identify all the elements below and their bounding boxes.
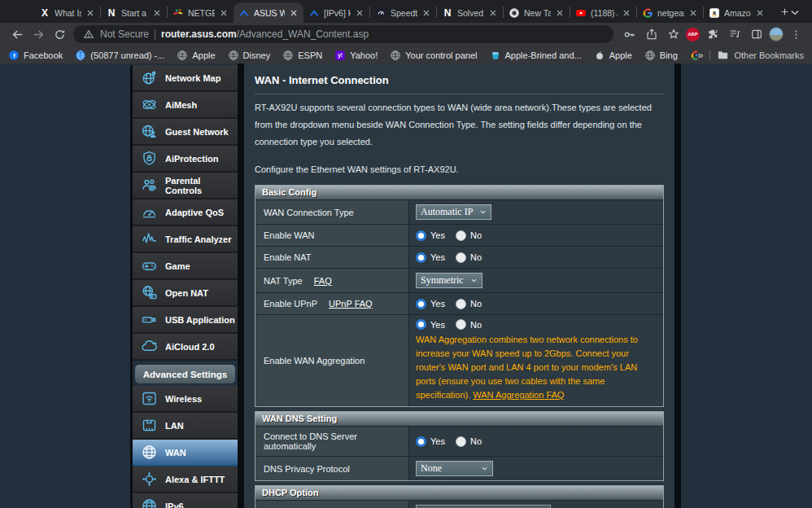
sidebar-item-aicloud-2-0[interactable]: AiCloud 2.0 <box>133 334 238 361</box>
open-nat-icon <box>133 284 165 301</box>
tab-title: New Tab <box>524 8 551 18</box>
enable-wan-radio-yes[interactable] <box>416 230 426 241</box>
connect-to-dns-server-automatically-radio-yes[interactable] <box>416 436 426 447</box>
bookmark-star-icon[interactable] <box>664 25 683 44</box>
browser-tab-asus-wir[interactable]: ASUS Wir <box>234 2 303 23</box>
side-panel-icon[interactable] <box>747 25 766 44</box>
chrome-icon <box>509 7 520 19</box>
profile-avatar[interactable] <box>769 27 784 42</box>
tab-close-icon[interactable] <box>488 8 498 18</box>
sidebar-item-adaptive-qos[interactable]: Adaptive QoS <box>133 199 238 226</box>
tab-close-icon[interactable] <box>219 8 229 18</box>
browser-tab-1188-as[interactable]: (1188) As <box>570 2 636 23</box>
tab-close-icon[interactable] <box>622 8 631 18</box>
other-bookmarks-button[interactable]: Other Bookmarks <box>717 49 804 61</box>
tab-close-icon[interactable] <box>152 8 162 18</box>
sidebar-item-traffic-analyzer[interactable]: Traffic Analyzer <box>133 226 238 253</box>
row-label: DNS Privacy Protocol <box>255 457 408 480</box>
sidebar-item-open-nat[interactable]: Open NAT <box>133 280 238 307</box>
row-label-text: NAT Type <box>264 276 303 286</box>
browser-tab-what-is-i[interactable]: XWhat Is I <box>34 2 100 23</box>
adaptive-qos-icon <box>133 204 165 221</box>
tab-close-icon[interactable] <box>555 8 565 18</box>
browser-tab-new-tab[interactable]: New Tab <box>504 2 570 23</box>
row-value: YesNo <box>408 247 663 268</box>
sidebar-item-label: Parental Controls <box>165 176 238 195</box>
sidebar-item-usb-application[interactable]: USB Application <box>133 307 238 334</box>
form-row-connect-to-dns-server-automatically: Connect to DNS Server automaticallyYesNo <box>255 426 663 456</box>
reload-button[interactable] <box>49 24 70 44</box>
bookmark-your-control-panel[interactable]: Your control panel <box>390 50 477 61</box>
sidebar-item-label: Network Map <box>165 73 220 83</box>
tab-close-icon[interactable] <box>688 8 698 18</box>
browser-tab-speedtes[interactable]: Speedtes <box>370 2 436 23</box>
enable-wan-aggregation-radio-no[interactable] <box>456 319 466 330</box>
bookmark-disney[interactable]: Disney <box>228 50 271 61</box>
enable-nat-radio-no[interactable] <box>456 252 466 263</box>
sidebar-item-ipv6[interactable]: IPv6 <box>133 493 238 508</box>
dns-privacy-protocol-select[interactable]: None <box>416 461 493 476</box>
browser-menu-icon[interactable] <box>787 25 805 44</box>
radio-label: No <box>470 230 482 240</box>
sidebar-item-game[interactable]: Game <box>133 253 238 280</box>
enable-wan-aggregation-radio-yes[interactable] <box>416 319 426 330</box>
nat-type-faq-link[interactable]: FAQ <box>314 276 332 286</box>
share-icon[interactable] <box>642 25 661 44</box>
nat-type-select[interactable]: Symmetric <box>416 273 482 288</box>
media-controls-icon[interactable] <box>725 25 744 44</box>
browser-tab-netgearc[interactable]: netgearc <box>637 2 703 23</box>
not-secure-warning-icon[interactable] <box>83 28 94 40</box>
tab-close-icon[interactable] <box>355 8 365 18</box>
form-row-dns-privacy-protocol: DNS Privacy ProtocolNone <box>255 456 663 480</box>
tab-close-icon[interactable] <box>421 8 431 18</box>
enable-upnp-faq-link[interactable]: UPnP FAQ <box>329 299 373 309</box>
bookmarks-overflow-chevron[interactable]: » <box>697 49 703 61</box>
tab-search-chevron-icon[interactable] <box>788 5 802 20</box>
browser-tab-ipv6-ho[interactable]: [IPv6] Ho <box>303 2 369 23</box>
sidebar-item-aiprotection[interactable]: AiProtection <box>133 146 238 173</box>
address-bar[interactable]: Not Secure router.asus.com/Advanced_WAN_… <box>73 25 613 43</box>
wan-connection-type-select[interactable]: Automatic IP <box>416 204 491 220</box>
sidebar-item-label: Adaptive QoS <box>165 208 224 217</box>
enable-upnp-radio-no[interactable] <box>456 299 466 309</box>
sidebar-item-network-map[interactable]: Network Map <box>133 65 238 92</box>
sidebar-item-lan[interactable]: LAN <box>133 413 238 440</box>
tab-close-icon[interactable] <box>85 8 95 18</box>
sidebar-item-wan[interactable]: WAN <box>133 440 238 466</box>
forward-button[interactable] <box>28 24 49 44</box>
bookmark-apple[interactable]: Apple <box>177 50 215 61</box>
sidebar-item-aimesh[interactable]: AiMesh <box>133 92 238 119</box>
browser-tab-amazon-c[interactable]: aAmazon.c <box>704 2 770 23</box>
row-label-text: WAN Connection Type <box>264 208 354 217</box>
bookmark-apple[interactable]: Apple <box>594 50 632 61</box>
tab-close-icon[interactable] <box>755 8 765 18</box>
bookmark-50877-unread[interactable]: (50877 unread) -... <box>75 50 164 61</box>
browser-tab-solved-u[interactable]: NSolved: U <box>437 2 503 23</box>
back-button[interactable] <box>7 24 28 44</box>
wan-aggregation-faq-link[interactable]: WAN Aggregation FAQ <box>473 390 564 400</box>
sidebar-item-parental-controls[interactable]: Parental Controls <box>133 173 238 199</box>
bookmark-facebook[interactable]: fFacebook <box>8 50 63 61</box>
browser-tab-netgear[interactable]: NETGEAR <box>168 2 234 23</box>
sidebar-item-guest-network[interactable]: Guest Network <box>133 119 238 146</box>
bookmark-google[interactable]: Google <box>690 50 697 61</box>
bookmark-yahoo[interactable]: y!Yahoo! <box>334 50 378 61</box>
browser-tab-start-a-n[interactable]: NStart a N <box>101 2 167 23</box>
enable-wan-radio-no[interactable] <box>456 230 466 241</box>
sidebar-item-alexa-ifttt[interactable]: Alexa & IFTTT <box>133 466 238 493</box>
enable-upnp-radio-yes[interactable] <box>416 299 426 309</box>
bookmark-espn[interactable]: ESPN <box>282 50 322 61</box>
bookmark-apple-brined-and[interactable]: Apple-Brined and... <box>490 50 582 61</box>
radio-label: No <box>470 436 482 446</box>
row-label-text: Enable WAN Aggregation <box>264 356 365 366</box>
tab-close-icon[interactable] <box>289 8 299 18</box>
extensions-puzzle-icon[interactable] <box>703 25 722 44</box>
connect-to-dns-server-automatically-radio-no[interactable] <box>456 436 466 447</box>
class-identifier-option-60-input[interactable] <box>416 505 551 508</box>
password-key-icon[interactable] <box>620 25 639 44</box>
adblock-plus-extension-icon[interactable]: ABP <box>686 28 700 42</box>
title-divider <box>255 94 664 94</box>
enable-nat-radio-yes[interactable] <box>416 252 426 263</box>
sidebar-item-wireless[interactable]: Wireless <box>133 386 238 413</box>
bookmark-bing[interactable]: Bing <box>644 50 678 61</box>
